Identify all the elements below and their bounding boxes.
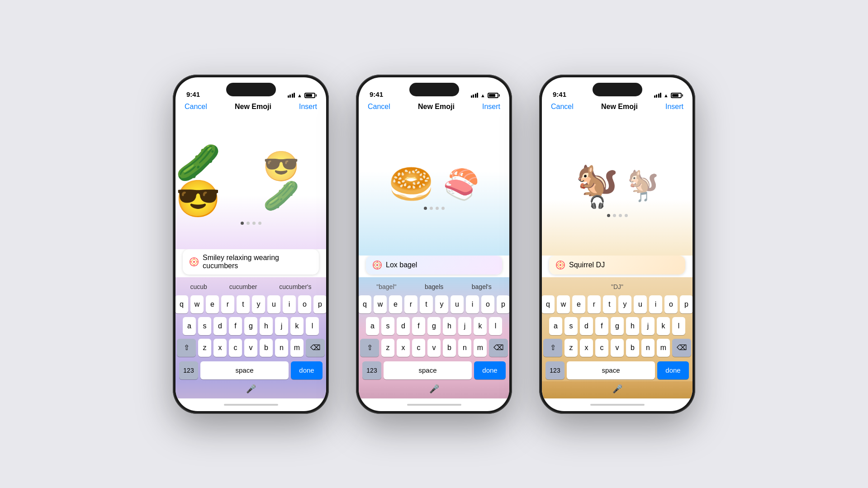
key-2-w[interactable]: w: [374, 295, 387, 313]
key-2-i[interactable]: i: [466, 295, 479, 313]
key-x[interactable]: x: [213, 339, 227, 357]
key-3-l[interactable]: l: [672, 317, 685, 335]
key-3-r[interactable]: r: [588, 295, 601, 313]
key-2-m[interactable]: m: [474, 339, 487, 357]
key-b[interactable]: b: [260, 339, 273, 357]
autocomplete-word-3-1[interactable]: "DJ": [607, 282, 627, 292]
key-3-d[interactable]: d: [580, 317, 593, 335]
key-2-n[interactable]: n: [458, 339, 471, 357]
done-key-3[interactable]: done: [657, 361, 689, 379]
key-h[interactable]: h: [260, 317, 273, 335]
key-2-u[interactable]: u: [451, 295, 464, 313]
key-2-a[interactable]: a: [366, 317, 379, 335]
delete-key-1[interactable]: ⌫: [306, 339, 325, 357]
autocomplete-word-2[interactable]: cucumber: [226, 282, 261, 292]
key-3-x[interactable]: x: [580, 339, 593, 357]
autocomplete-word-1[interactable]: cucub: [187, 282, 211, 292]
done-key-1[interactable]: done: [291, 361, 323, 379]
key-a[interactable]: a: [183, 317, 196, 335]
key-2-y[interactable]: y: [435, 295, 448, 313]
insert-button-1[interactable]: Insert: [299, 103, 317, 111]
key-3-m[interactable]: m: [657, 339, 670, 357]
key-y[interactable]: y: [252, 295, 265, 313]
space-key-2[interactable]: space: [384, 361, 472, 379]
search-input-wrapper-1[interactable]: Smiley relaxing wearing cucumbers: [183, 249, 319, 275]
num-key-3[interactable]: 123: [545, 361, 564, 379]
key-3-w[interactable]: w: [557, 295, 570, 313]
delete-key-2[interactable]: ⌫: [489, 339, 508, 357]
secondary-emoji-1[interactable]: 😎🥒: [263, 152, 326, 210]
delete-key-3[interactable]: ⌫: [672, 339, 691, 357]
key-2-o[interactable]: o: [481, 295, 494, 313]
key-3-f[interactable]: f: [595, 317, 608, 335]
key-q[interactable]: q: [175, 295, 188, 313]
key-3-q[interactable]: q: [542, 295, 555, 313]
key-3-u[interactable]: u: [634, 295, 647, 313]
key-m[interactable]: m: [290, 339, 304, 357]
key-o[interactable]: o: [298, 295, 311, 313]
key-2-l[interactable]: l: [489, 317, 502, 335]
key-3-p[interactable]: p: [680, 295, 693, 313]
cancel-button-3[interactable]: Cancel: [551, 103, 574, 111]
key-2-e[interactable]: e: [389, 295, 402, 313]
insert-button-2[interactable]: Insert: [482, 103, 500, 111]
key-3-c[interactable]: c: [595, 339, 608, 357]
insert-button-3[interactable]: Insert: [665, 103, 683, 111]
key-3-o[interactable]: o: [664, 295, 678, 313]
key-3-i[interactable]: i: [649, 295, 662, 313]
squirrel-dj-secondary[interactable]: 🐿️ 🎵: [627, 166, 659, 203]
key-p[interactable]: p: [313, 295, 326, 313]
key-2-t[interactable]: t: [420, 295, 433, 313]
key-2-v[interactable]: v: [427, 339, 441, 357]
cancel-button-2[interactable]: Cancel: [368, 103, 390, 111]
key-3-b[interactable]: b: [626, 339, 639, 357]
key-2-f[interactable]: f: [412, 317, 425, 335]
autocomplete-word-2-1[interactable]: "bagel": [373, 282, 400, 292]
space-key-1[interactable]: space: [200, 361, 289, 379]
search-input-wrapper-3[interactable]: Squirrel DJ: [549, 256, 685, 275]
key-2-b[interactable]: b: [443, 339, 456, 357]
key-3-h[interactable]: h: [626, 317, 639, 335]
key-3-e[interactable]: e: [572, 295, 585, 313]
primary-emoji-1[interactable]: 🥒😎: [175, 145, 254, 217]
key-2-z[interactable]: z: [381, 339, 394, 357]
mic-icon-1[interactable]: 🎤: [246, 384, 256, 396]
num-key-2[interactable]: 123: [362, 361, 381, 379]
key-g[interactable]: g: [244, 317, 257, 335]
key-3-z[interactable]: z: [564, 339, 578, 357]
autocomplete-word-2-2[interactable]: bagels: [421, 282, 447, 292]
key-k[interactable]: k: [290, 317, 304, 335]
key-w[interactable]: w: [190, 295, 204, 313]
key-2-h[interactable]: h: [443, 317, 456, 335]
key-2-s[interactable]: s: [381, 317, 394, 335]
input-text-1[interactable]: Smiley relaxing wearing cucumbers: [203, 254, 313, 270]
input-text-2[interactable]: Lox bagel: [386, 261, 496, 269]
mic-icon-2[interactable]: 🎤: [429, 384, 439, 396]
key-v[interactable]: v: [244, 339, 257, 357]
secondary-emoji-2[interactable]: 🍣: [443, 170, 479, 199]
key-n[interactable]: n: [275, 339, 288, 357]
key-3-g[interactable]: g: [611, 317, 624, 335]
search-input-wrapper-2[interactable]: Lox bagel: [366, 256, 502, 275]
key-2-r[interactable]: r: [404, 295, 417, 313]
key-z[interactable]: z: [198, 339, 211, 357]
key-t[interactable]: t: [237, 295, 250, 313]
key-j[interactable]: j: [275, 317, 288, 335]
key-l[interactable]: l: [306, 317, 319, 335]
key-s[interactable]: s: [198, 317, 211, 335]
num-key-1[interactable]: 123: [179, 361, 198, 379]
key-c[interactable]: c: [229, 339, 242, 357]
cancel-button-1[interactable]: Cancel: [185, 103, 207, 111]
key-2-j[interactable]: j: [458, 317, 471, 335]
input-text-3[interactable]: Squirrel DJ: [569, 261, 679, 269]
key-3-t[interactable]: t: [603, 295, 616, 313]
squirrel-dj-primary[interactable]: 🐿️ 🎧: [576, 159, 618, 209]
space-key-3[interactable]: space: [567, 361, 655, 379]
autocomplete-word-2-3[interactable]: bagel's: [468, 282, 495, 292]
key-2-d[interactable]: d: [397, 317, 410, 335]
key-2-q[interactable]: q: [359, 295, 371, 313]
shift-key-2[interactable]: ⇧: [360, 339, 379, 357]
key-d[interactable]: d: [213, 317, 227, 335]
key-2-p[interactable]: p: [497, 295, 509, 313]
key-3-s[interactable]: s: [564, 317, 578, 335]
